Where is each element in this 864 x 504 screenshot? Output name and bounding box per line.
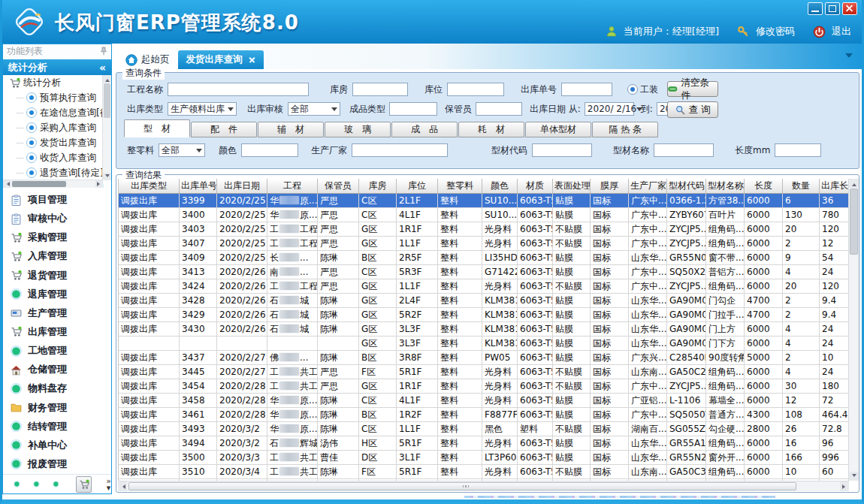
warehouse-input[interactable]: [352, 83, 408, 96]
tree-item[interactable]: 预算执行查询: [3, 90, 111, 105]
tree-item[interactable]: 收货入库查询: [3, 150, 111, 165]
sidebar-item-clipboard[interactable]: 审核中心: [3, 212, 111, 225]
table-row[interactable]: 调拨出库35002020/3/3工共工程曹佳D区3L1F整料LT3P606063…: [119, 451, 849, 465]
material-tab[interactable]: 型 材: [124, 119, 190, 137]
table-row[interactable]: 调拨出库34542020/2/28工共工程严思G区1R1F整料光身料6063-T…: [119, 379, 849, 394]
results-horizontal-scrollbar[interactable]: [118, 481, 849, 491]
table-row[interactable]: 调拨出库34942020/3/2石辉城汤伟H区5R1F整料光身料6063-T5贴…: [119, 436, 849, 451]
table-row[interactable]: 调拨出库34282020/2/26石城陈琳G区2L4F整料KLM38176063…: [119, 294, 849, 308]
tab-shipment-query[interactable]: 发货出库查询: [178, 50, 264, 69]
tree-horizontal-scrollbar[interactable]: [3, 180, 103, 188]
overflow-chevron-icon[interactable]: »▾: [106, 478, 111, 491]
column-header[interactable]: 出库长度: [820, 179, 850, 194]
sidebar-item-dot[interactable]: 物料盘存: [3, 382, 111, 395]
table-row[interactable]: 调拨出库33992020/2/25华原...严思C区2L1F整料SU10...6…: [119, 194, 849, 208]
date-from-select[interactable]: 2020/ 2/16: [585, 102, 634, 116]
tree-item[interactable]: 在途信息查询[待: [3, 105, 111, 120]
column-header[interactable]: 库房: [359, 179, 397, 194]
scroll-down-icon[interactable]: [103, 173, 111, 180]
search-button[interactable]: 查 询: [667, 101, 718, 118]
logout-link[interactable]: 退出: [832, 25, 851, 38]
table-row[interactable]: 调拨出库34242020/2/26工工程严思G区1L1F整料光身料6063-T5…: [119, 279, 849, 294]
column-header[interactable]: 工程: [267, 179, 318, 194]
sidebar-item-machine[interactable]: 生产管理: [3, 306, 111, 320]
material-tab[interactable]: 辅 材: [258, 122, 324, 137]
scrollbar-thumb[interactable]: [12, 181, 66, 187]
table-row[interactable]: G区3L3F整料KLM38176063-T5贴膜国标山东华...GA90M09.…: [119, 337, 849, 351]
project-name-input[interactable]: [168, 83, 309, 96]
material-tab[interactable]: 玻 璃: [325, 122, 391, 137]
column-header[interactable]: 数量: [783, 179, 820, 194]
location-input[interactable]: [447, 83, 504, 96]
material-tab[interactable]: 成 品: [391, 122, 458, 137]
tab-list-dropdown-icon[interactable]: [845, 53, 853, 58]
scroll-left-icon[interactable]: [118, 481, 127, 491]
sidebar-item-clipboard[interactable]: 项目管理: [3, 193, 111, 207]
sidebar-item-dot[interactable]: 结转管理: [3, 420, 111, 433]
column-header[interactable]: 出库日期: [217, 179, 267, 194]
product-type-input[interactable]: [389, 102, 437, 116]
sidebar-item-dot[interactable]: 补单中心: [3, 439, 111, 452]
profile-name-input[interactable]: [654, 143, 714, 157]
tree-item[interactable]: 退货查询[待定]: [3, 165, 111, 180]
column-header[interactable]: 出库单号: [180, 179, 217, 194]
table-row[interactable]: 调拨出库34292020/2/26石城陈琳G区5R2F整料KLM38176063…: [119, 308, 849, 322]
tree-item[interactable]: 采购入库查询: [3, 120, 111, 135]
sidebar-item-dot[interactable]: 报废管理: [3, 457, 111, 471]
order-no-input[interactable]: [561, 83, 612, 96]
table-row[interactable]: 调拨出库34612020/2/28华原...陈琳B区1R2F整料F8877FT6…: [119, 408, 849, 422]
collapse-icon[interactable]: «: [99, 62, 106, 74]
whole-part-select[interactable]: 全部: [159, 143, 205, 157]
column-header[interactable]: 长度: [745, 179, 783, 194]
material-tab[interactable]: 配 件: [191, 122, 257, 137]
column-header[interactable]: 型材代码: [667, 179, 706, 194]
tree-root[interactable]: 统计分析: [3, 75, 111, 90]
sidebar-item-cart[interactable]: 入库管理: [3, 249, 111, 263]
scrollbar-thumb[interactable]: [850, 189, 858, 255]
column-header[interactable]: 表面处理: [553, 179, 591, 194]
change-password-link[interactable]: 修改密码: [756, 25, 795, 38]
column-header[interactable]: 生产厂家: [629, 179, 667, 194]
scroll-left-icon[interactable]: [3, 180, 11, 188]
cart-shortcut-button[interactable]: [76, 476, 92, 493]
sidebar-item-cart[interactable]: 退货管理: [3, 269, 111, 282]
material-tab[interactable]: 隔 热 条: [592, 122, 658, 137]
scroll-down-icon[interactable]: [849, 472, 859, 481]
table-row[interactable]: 调拨出库34132020/2/26南...严思C区5R3F整料G71422606…: [119, 265, 849, 279]
table-row[interactable]: 调拨出库34002020/2/25华原...严思C区4L1F整料SU10...6…: [119, 208, 849, 222]
green-dot-icon[interactable]: [14, 479, 20, 489]
green-dot-icon[interactable]: [33, 479, 40, 489]
column-header[interactable]: 颜色: [482, 179, 518, 194]
audit-select[interactable]: 全部: [288, 102, 340, 116]
column-header[interactable]: 整零料: [438, 179, 482, 194]
green-dot-icon[interactable]: [53, 479, 59, 489]
sidebar-item-house[interactable]: 仓储管理: [3, 363, 111, 376]
table-row[interactable]: 调拨出库34302020/2/26石城陈琳G区3L3F整料KLM38176063…: [119, 322, 849, 337]
minimize-button[interactable]: [808, 2, 823, 15]
column-header[interactable]: 材质: [518, 179, 553, 194]
section-header[interactable]: 统计分析 «: [3, 59, 111, 75]
table-row[interactable]: 调拨出库34372020/2/27佛...陈琳B区3R8F整料PW056063-…: [119, 351, 849, 365]
scroll-up-icon[interactable]: [849, 179, 859, 188]
out-type-select[interactable]: 生产领料出库: [168, 102, 237, 116]
column-header[interactable]: 膜厚: [591, 179, 629, 194]
scrollbar-thumb[interactable]: [104, 83, 110, 118]
sidebar-item-dot[interactable]: 工地管理: [3, 344, 111, 358]
table-row[interactable]: 调拨出库34072020/2/25工工程严思G区1L1F整料光身料6063-T5…: [119, 237, 849, 251]
scroll-up-icon[interactable]: [103, 75, 111, 83]
table-row[interactable]: 调拨出库34452020/2/27工共工程严思F区5R1F整料光身料6063-T…: [119, 365, 849, 379]
column-header[interactable]: 保管员: [318, 179, 359, 194]
clear-conditions-button[interactable]: 清空条件: [667, 81, 718, 97]
maker-input[interactable]: [352, 143, 448, 157]
column-header[interactable]: 库位: [397, 179, 438, 194]
tab-close-icon[interactable]: [249, 56, 255, 63]
sidebar-item-dot[interactable]: 退库管理: [3, 288, 111, 301]
close-button[interactable]: [842, 2, 857, 15]
keeper-input[interactable]: [476, 102, 522, 116]
table-row[interactable]: 调拨出库34582020/2/28华原...陈琳C区4L1F整料光身料6063-…: [119, 394, 849, 408]
scroll-right-icon[interactable]: [840, 481, 849, 491]
color-input[interactable]: [241, 143, 298, 157]
scroll-right-icon[interactable]: [95, 180, 103, 188]
sidebar-item-folder[interactable]: 财务管理: [3, 401, 111, 415]
table-row[interactable]: 调拨出库34932020/3/2华原...陈琳C区1L1F整料黑色塑料不贴膜国标…: [119, 422, 849, 436]
